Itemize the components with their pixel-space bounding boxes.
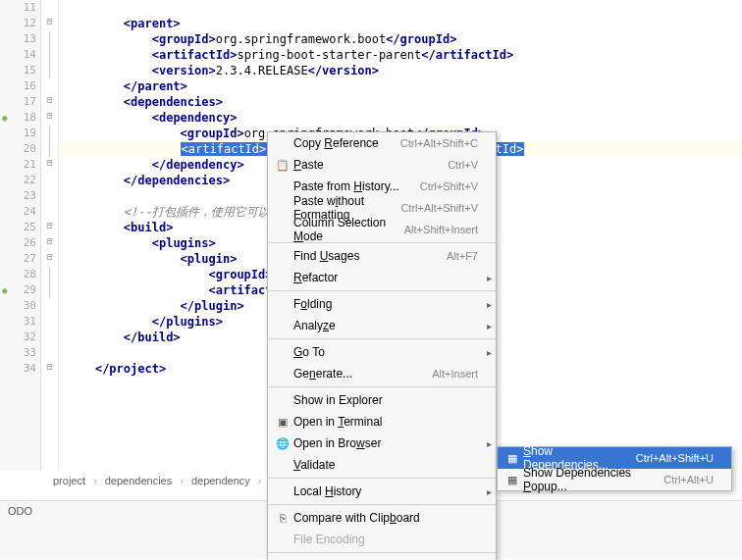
chevron-right-icon: ▸ [487, 299, 492, 310]
menu-item[interactable]: Find UsagesAlt+F7 [268, 245, 496, 267]
menu-item: File Encoding [268, 529, 496, 550]
fold-column[interactable] [41, 0, 59, 471]
breadcrumb-item[interactable]: dependency [187, 475, 254, 486]
chevron-right-icon: ▸ [487, 321, 492, 331]
menu-item[interactable]: Show in Explorer [268, 389, 496, 411]
breadcrumb-item[interactable]: project [49, 475, 89, 486]
breadcrumb[interactable]: project›dependencies›dependency›artifa [49, 471, 297, 490]
chevron-right-icon: ▸ [487, 486, 492, 497]
menu-item[interactable]: Copy ReferenceCtrl+Alt+Shift+C [268, 132, 496, 154]
menu-item[interactable]: ▣Open in Terminal [268, 411, 496, 433]
diagrams-submenu[interactable]: ▦Show Dependencies...Ctrl+Alt+Shift+U▦Sh… [497, 446, 732, 491]
breadcrumb-item[interactable]: dependencies [101, 475, 177, 486]
menu-item[interactable]: Generate DTD from XML File [268, 555, 496, 560]
menu-item[interactable]: 📋PasteCtrl+V [268, 154, 496, 176]
menu-item[interactable]: 🌐Open in Browser▸ [268, 433, 496, 454]
menu-item[interactable]: ⎘Compare with Clipboard [268, 507, 496, 529]
menu-icon: ⎘ [274, 512, 292, 524]
chevron-right-icon: ▸ [487, 347, 492, 358]
chevron-right-icon: ▸ [487, 273, 492, 283]
menu-icon: ▦ [504, 452, 521, 465]
menu-icon: 🌐 [274, 437, 292, 450]
menu-item[interactable]: Validate [268, 454, 496, 476]
menu-item[interactable]: Generate...Alt+Insert [268, 363, 496, 384]
menu-icon: 📋 [274, 159, 292, 172]
menu-item[interactable]: ▦Show Dependencies Popup...Ctrl+Alt+U [498, 469, 731, 490]
menu-item[interactable]: Refactor▸ [268, 267, 496, 288]
line-number-gutter: 1112131415161718192021222324252627282930… [0, 0, 41, 471]
menu-item[interactable]: Folding▸ [268, 293, 496, 315]
menu-icon: ▦ [504, 474, 521, 486]
bottom-label: ODO [8, 505, 32, 517]
menu-item[interactable]: Analyze▸ [268, 315, 496, 336]
menu-icon: ▣ [274, 416, 292, 429]
chevron-right-icon: ▸ [487, 438, 492, 449]
menu-item[interactable]: Go To▸ [268, 341, 496, 363]
context-menu[interactable]: Copy ReferenceCtrl+Alt+Shift+C📋PasteCtrl… [267, 131, 497, 560]
menu-item[interactable]: Local History▸ [268, 481, 496, 502]
menu-item[interactable]: Column Selection ModeAlt+Shift+Insert [268, 219, 496, 240]
